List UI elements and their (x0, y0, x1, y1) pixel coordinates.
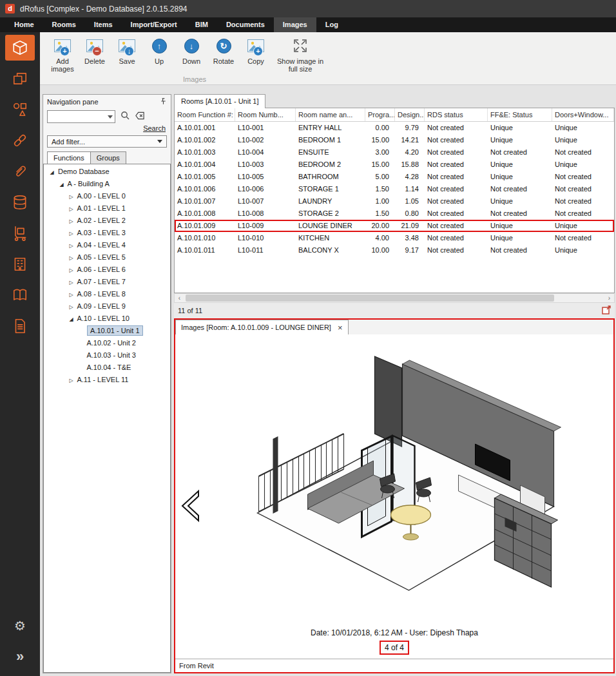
column-header[interactable]: Doors+Window... (552, 108, 614, 121)
tree-expander-icon[interactable]: ▷ (67, 276, 75, 289)
tree-item-a-09-level-9[interactable]: ▷ A.09 - LEVEL 9 (44, 300, 170, 313)
table-row[interactable]: A.10.01.008L10-008STORAGE 21.500.80Not c… (175, 208, 614, 220)
sidebar-rooms-button[interactable] (5, 35, 35, 61)
trolley-icon (12, 224, 28, 243)
delete-button[interactable]: − Delete (80, 36, 110, 65)
tree-expander-icon[interactable]: ◢ (48, 166, 56, 179)
tree-item-a-03-level-3[interactable]: ▷ A.03 - LEVEL 3 (44, 227, 170, 239)
table-row[interactable]: A.10.01.011L10-011BALCONY X10.009.17Not … (175, 244, 614, 256)
tree-expander-icon[interactable]: ▷ (67, 264, 75, 276)
tab-functions[interactable]: Functions (47, 151, 91, 164)
tree-expander-icon[interactable]: ▷ (67, 374, 75, 387)
cell: Not created (488, 183, 552, 195)
search-input[interactable] (47, 110, 115, 123)
tree-expander-icon[interactable]: ▷ (67, 252, 75, 264)
menu-item-items[interactable]: Items (85, 17, 122, 32)
tree-item-a-10-03-unit-3[interactable]: A.10.03 - Unit 3 (44, 349, 170, 362)
tree-item-a-10-02-unit-2[interactable]: A.10.02 - Unit 2 (44, 337, 170, 349)
column-header[interactable]: Room Numb... (235, 108, 296, 121)
images-tab[interactable]: Images [Room: A.10.01.009 - LOUNGE DINER… (175, 320, 349, 334)
sidebar-shapes-button[interactable] (5, 97, 35, 122)
sidebar-book-button[interactable] (5, 282, 35, 308)
sidebar-database-button[interactable] (5, 189, 35, 215)
tree-expander-icon[interactable]: ▷ (67, 289, 75, 301)
column-header[interactable]: Room name an... (296, 108, 365, 121)
tree-expander-icon[interactable]: ◢ (67, 313, 75, 325)
tree-item-a-01-level-1[interactable]: ▷ A.01 - LEVEL 1 (44, 202, 170, 215)
sidebar-paperclip-button[interactable] (5, 159, 35, 184)
tree-expander-icon[interactable]: ▷ (67, 301, 75, 313)
tree-item-a-00-level-0[interactable]: ▷ A.00 - LEVEL 0 (44, 190, 170, 202)
rooms-tab[interactable]: Rooms [A.10.01 - Unit 1] (174, 94, 265, 108)
tree-item-label: A.09 - LEVEL 9 (77, 302, 125, 310)
horizontal-scrollbar[interactable]: ‹ › (174, 293, 615, 303)
save-button[interactable]: ↓ Save (112, 36, 142, 65)
previous-image-button[interactable] (177, 488, 204, 524)
tree-item-a-10-04-t-e[interactable]: A.10.04 - T&E (44, 362, 170, 374)
sidebar-trolley-button[interactable] (5, 220, 35, 246)
sidebar-collapse-button[interactable]: » (5, 644, 35, 670)
table-row[interactable]: A.10.01.001L10-001ENTRY HALL0.009.79Not … (175, 122, 614, 134)
column-header[interactable]: FF&E: Status (488, 108, 552, 121)
search-icon[interactable] (120, 111, 130, 123)
table-row[interactable]: A.10.01.006L10-006STORAGE 11.501.14Not c… (175, 183, 614, 195)
tree-item-a-building-a[interactable]: ◢ A - Building A (44, 178, 170, 190)
scroll-left-icon[interactable]: ‹ (175, 294, 184, 302)
table-row[interactable]: A.10.01.002L10-002BEDROOM 115.0014.21Not… (175, 134, 614, 146)
add-filter-dropdown[interactable]: Add filter... (47, 135, 167, 148)
table-row[interactable]: A.10.01.009L10-009LOUNGE DINER20.0021.09… (175, 220, 614, 232)
column-header[interactable]: Room Function #: (175, 108, 235, 121)
table-row[interactable]: A.10.01.005L10-005BATHROOM5.004.28Not cr… (175, 171, 614, 183)
column-header[interactable]: Design... (395, 108, 425, 121)
tree-item-a-06-level-6[interactable]: ▷ A.06 - LEVEL 6 (44, 264, 170, 276)
tree-expander-icon[interactable]: ▷ (67, 203, 75, 215)
sidebar-link-button[interactable] (5, 128, 35, 153)
down-button[interactable]: ↓ Down (177, 36, 206, 65)
copy-button[interactable]: + Copy (241, 36, 271, 65)
menu-item-images[interactable]: Images (274, 17, 316, 32)
menu-item-log[interactable]: Log (316, 17, 347, 32)
combo-caret-icon[interactable] (108, 115, 113, 119)
sidebar-items-button[interactable] (5, 66, 35, 92)
tree-item-a-11-level-11[interactable]: ▷ A.11 - LEVEL 11 (44, 374, 170, 386)
table-row[interactable]: A.10.01.010L10-010KITCHEN4.003.48Not cre… (175, 232, 614, 244)
tree-item-a-10-01-unit-1[interactable]: A.10.01 - Unit 1 (44, 325, 170, 337)
tree-item-a-10-level-10[interactable]: ◢ A.10 - LEVEL 10 (44, 313, 170, 325)
scrollbar-thumb[interactable] (186, 295, 554, 302)
tree-item-a-04-level-4[interactable]: ▷ A.04 - LEVEL 4 (44, 239, 170, 251)
table-row[interactable]: A.10.01.004L10-003BEDROOM 215.0015.88Not… (175, 159, 614, 171)
sidebar-building-button[interactable] (5, 251, 35, 277)
table-row[interactable]: A.10.01.003L10-004ENSUITE3.004.20Not cre… (175, 146, 614, 159)
menu-item-home[interactable]: Home (5, 17, 43, 32)
column-header[interactable]: RDS status (425, 108, 488, 121)
scroll-right-icon[interactable]: › (604, 294, 614, 302)
tree-item-a-05-level-5[interactable]: ▷ A.05 - LEVEL 5 (44, 251, 170, 264)
tree-expander-icon[interactable]: ▷ (67, 227, 75, 240)
menu-item-documents[interactable]: Documents (217, 17, 274, 32)
close-tab-icon[interactable]: × (338, 324, 343, 332)
sidebar-document-button[interactable] (5, 313, 35, 339)
clear-search-icon[interactable] (135, 111, 145, 122)
menu-item-import-export[interactable]: Import/Export (122, 17, 186, 32)
tree-expander-icon[interactable]: ▷ (67, 215, 75, 227)
tree-item-a-02-level-2[interactable]: ▷ A.02 - LEVEL 2 (44, 215, 170, 227)
tree-item-a-07-level-7[interactable]: ▷ A.07 - LEVEL 7 (44, 276, 170, 288)
table-row[interactable]: A.10.01.007L10-007LAUNDRY1.001.05Not cre… (175, 195, 614, 208)
tree-item-a-08-level-8[interactable]: ▷ A.08 - LEVEL 8 (44, 288, 170, 300)
tree-expander-icon[interactable]: ◢ (57, 179, 66, 191)
sidebar-settings-button[interactable]: ⚙ (5, 613, 35, 639)
rotate-button[interactable]: ↻ Rotate (209, 36, 238, 65)
add-images-button[interactable]: + Add images (48, 36, 77, 73)
show-image-in-full-size-button[interactable]: Show image in full size (273, 36, 327, 73)
search-link[interactable]: Search (143, 124, 166, 132)
tree-expander-icon[interactable]: ▷ (67, 191, 75, 203)
detach-panel-icon[interactable] (602, 305, 611, 316)
up-button[interactable]: ↑ Up (144, 36, 174, 65)
menu-item-rooms[interactable]: Rooms (43, 17, 85, 32)
menu-item-bim[interactable]: BIM (186, 17, 217, 32)
column-header[interactable]: Progra... (365, 108, 395, 121)
tab-groups[interactable]: Groups (90, 151, 126, 164)
tree-expander-icon[interactable]: ▷ (67, 240, 75, 252)
tree-item-demo-database[interactable]: ◢ Demo Database (44, 166, 170, 178)
pin-icon[interactable] (160, 98, 167, 106)
